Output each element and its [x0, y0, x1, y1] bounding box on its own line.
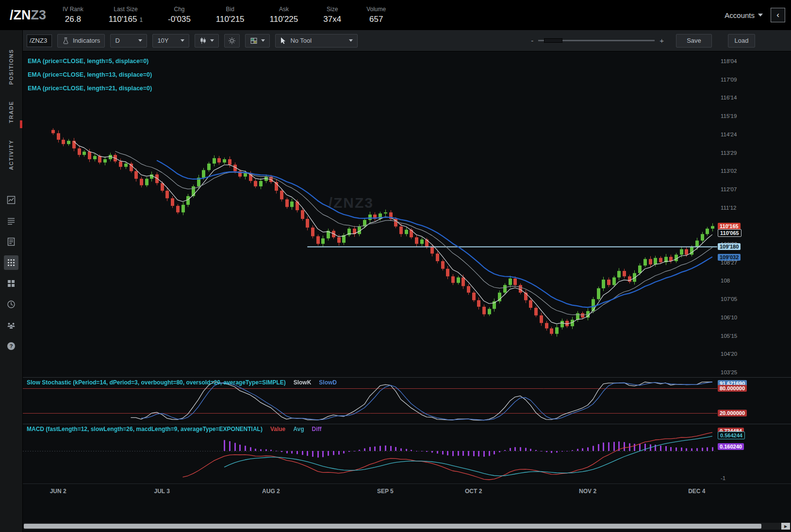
- stochastic-panel: Slow Stochastic (kPeriod=14, dPeriod=3, …: [23, 377, 791, 424]
- price-axis-label: 111'12: [721, 205, 736, 211]
- time-axis-label: SEP 5: [377, 488, 394, 495]
- quote-stat-label: IV Rank: [63, 6, 83, 13]
- bottom-filler: [23, 498, 791, 523]
- price-axis-label: 106'10: [721, 315, 737, 320]
- quote-stat-label: Ask: [270, 6, 298, 13]
- grid-gadget-icon[interactable]: [4, 255, 18, 270]
- grid-layout-dropdown[interactable]: [245, 34, 270, 48]
- quote-stat-value: 37x4: [323, 15, 341, 24]
- drawing-tool-dropdown[interactable]: No Tool: [275, 34, 358, 48]
- zoom-slider-thumb[interactable]: [544, 38, 562, 43]
- price-axis-label: 116'14: [721, 95, 737, 100]
- zoom-slider-track[interactable]: [538, 40, 655, 41]
- dashboard-icon[interactable]: [4, 276, 18, 291]
- help-icon[interactable]: ?: [4, 339, 18, 353]
- stochastic-axis[interactable]: 91.62169080.00000020.000000: [717, 378, 791, 424]
- price-plot: /ZNZ3 EMA (price=CLOSE, length=5, displa…: [23, 51, 717, 377]
- price-axis[interactable]: 118'04117'09116'14115'19114'24113'29113'…: [717, 51, 791, 377]
- share-users-icon[interactable]: [4, 318, 18, 332]
- time-axis-label: JUN 2: [50, 488, 66, 495]
- cursor-icon: [280, 37, 286, 44]
- quote-stat-value: 26.8: [63, 15, 83, 24]
- price-axis-label: 112'07: [721, 186, 737, 192]
- chevron-down-icon: [210, 39, 214, 42]
- quote-stat-volume: Volume657: [366, 6, 386, 24]
- price-chart-canvas[interactable]: [23, 51, 717, 377]
- horizontal-scrollbar[interactable]: ▶: [24, 523, 790, 530]
- quote-stat-value: 110'225: [270, 15, 298, 24]
- chart-gadget-icon[interactable]: [4, 193, 18, 207]
- aggregation-dropdown[interactable]: D: [110, 34, 147, 48]
- price-axis-label: 113'29: [721, 150, 737, 156]
- macd-header: MACD (fastLength=12, slowLength=26, macd…: [27, 426, 321, 432]
- indicators-label: Indicators: [73, 37, 100, 44]
- slowk-legend: SlowK: [294, 379, 312, 386]
- chevron-down-icon: [349, 39, 353, 42]
- macd-axis-min-label: -1: [721, 475, 725, 481]
- macd-avg-legend: Avg: [293, 426, 304, 432]
- sidebar-tab-positions[interactable]: POSITIONS: [8, 41, 14, 93]
- ema-study-label[interactable]: EMA (price=CLOSE, length=13, displace=0): [28, 68, 152, 82]
- stochastic-axis-bubble: 80.000000: [718, 385, 747, 392]
- quote-stat-bid: Bid110'215: [216, 6, 245, 24]
- ema-study-labels: EMA (price=CLOSE, length=5, displace=0)E…: [28, 54, 152, 95]
- time-axis-label: JUL 3: [154, 488, 169, 495]
- scroll-right-button[interactable]: ▶: [781, 523, 790, 530]
- quote-stat-value: 110'215: [216, 15, 245, 24]
- stochastic-plot: Slow Stochastic (kPeriod=14, dPeriod=3, …: [23, 378, 717, 424]
- range-dropdown[interactable]: 10Y: [152, 34, 189, 48]
- stochastic-study-label[interactable]: Slow Stochastic (kPeriod=14, dPeriod=3, …: [27, 379, 286, 386]
- trade-ticket-icon[interactable]: [4, 234, 18, 249]
- quote-stat-ask: Ask110'225: [270, 6, 298, 24]
- left-sidebar: POSITIONSTRADEACTIVITY ?: [0, 30, 23, 532]
- zoom-in-button[interactable]: +: [659, 36, 664, 45]
- time-axis-label: DEC 4: [688, 488, 705, 495]
- candlestick-type-icon: [199, 37, 207, 44]
- chart-settings-button[interactable]: [224, 34, 240, 48]
- ema-study-label[interactable]: EMA (price=CLOSE, length=21, displace=0): [28, 82, 152, 95]
- price-axis-label: 114'24: [721, 132, 737, 137]
- slowd-legend: SlowD: [319, 379, 337, 386]
- save-button[interactable]: Save: [676, 34, 712, 48]
- chevron-down-icon: [261, 39, 265, 42]
- quote-stats: IV Rank26.8Last Size110'1651Chg-0'035Bid…: [63, 6, 411, 24]
- load-button[interactable]: Load: [728, 34, 755, 48]
- quote-stat-value: 657: [366, 15, 386, 24]
- ema-study-label[interactable]: EMA (price=CLOSE, length=5, displace=0): [28, 54, 152, 68]
- time-axis-label: AUG 2: [262, 488, 280, 495]
- macd-axis-bubble: 0.564244: [718, 432, 745, 439]
- quote-stat-chg: Chg-0'035: [168, 6, 191, 24]
- sidebar-tabs: POSITIONSTRADEACTIVITY: [8, 41, 14, 178]
- time-axis-label: NOV 2: [579, 488, 596, 495]
- chart-type-dropdown[interactable]: [195, 34, 219, 48]
- load-label: Load: [735, 37, 749, 44]
- scroll-right-icon: ▶: [784, 524, 787, 529]
- sidebar-tab-trade[interactable]: TRADE: [8, 93, 14, 131]
- stochastic-axis-bubble: 20.000000: [718, 410, 747, 416]
- macd-axis[interactable]: 0.7244840.5642440.160240-1: [717, 424, 791, 483]
- macd-study-label[interactable]: MACD (fastLength=12, slowLength=26, macd…: [27, 426, 263, 432]
- scrollbar-thumb[interactable]: [24, 524, 761, 529]
- price-axis-label: 118'04: [721, 58, 737, 64]
- quote-stat-last-size: Last Size110'1651: [109, 6, 143, 24]
- gear-icon: [228, 37, 236, 45]
- symbol-input[interactable]: [27, 34, 52, 47]
- quote-stat-iv-rank: IV Rank26.8: [63, 6, 83, 24]
- indicators-button[interactable]: Indicators: [57, 34, 105, 48]
- macd-canvas[interactable]: [23, 424, 717, 483]
- sidebar-tab-activity[interactable]: ACTIVITY: [8, 132, 14, 178]
- time-axis: JUN 2JUL 3AUG 2SEP 5OCT 2NOV 2DEC 4: [23, 483, 791, 498]
- collapse-panel-button[interactable]: ‹: [771, 8, 785, 22]
- zoom-control: - +: [531, 36, 664, 45]
- price-axis-bubble: 109'032: [718, 254, 741, 261]
- price-panel: /ZNZ3 EMA (price=CLOSE, length=5, displa…: [23, 51, 791, 377]
- watchlist-icon[interactable]: [4, 214, 18, 228]
- price-axis-label: 113'02: [721, 168, 737, 174]
- symbol-title: /ZNZ3: [10, 8, 46, 23]
- zoom-out-button[interactable]: -: [531, 36, 533, 45]
- price-axis-bubble: 110'065: [718, 229, 742, 237]
- history-clock-icon[interactable]: [4, 297, 18, 312]
- price-axis-label: 104'20: [721, 351, 737, 357]
- accounts-menu[interactable]: Accounts: [725, 11, 763, 19]
- price-axis-bubble: 110'165: [718, 223, 741, 230]
